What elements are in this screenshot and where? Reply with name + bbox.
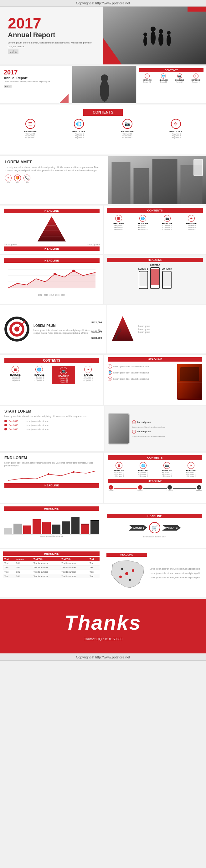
table-body: Text 0.01 Text to number Text to number …	[3, 561, 99, 578]
watermark-top: Copyright © http://www.pptstore.net	[0, 0, 206, 6]
tl-item-1: Dec 2016 Lorem ipsum dolor sit amet	[4, 420, 99, 422]
phones-row: LOREM-1 LOREM-2 LOREM-3	[107, 264, 203, 289]
timeline-items: Dec 2016 Lorem ipsum dolor sit amet Dec …	[4, 420, 99, 430]
payment-arrows: PAYMENT 1 🛒 PAYMENT 2	[129, 522, 181, 533]
svg-point-49	[48, 473, 50, 475]
thanks-title: Thanks	[64, 611, 142, 634]
payment-panel: HEADLINE PAYMENT 1 🛒 PAYMENT 2 Lorem ips…	[103, 504, 206, 548]
phone-overlay	[194, 159, 203, 176]
svg-point-9	[167, 31, 171, 35]
cont-circle-1: ☰	[25, 119, 35, 129]
end-chart-svg	[4, 469, 99, 482]
contents-icon-item-3: 📷 HEADLINE • Keyword 1• Keyword 2• Keywo…	[105, 119, 150, 138]
map-headline: HEADLINE	[107, 553, 147, 557]
pyramid-headline: HEADLINE	[4, 209, 99, 213]
payment-arrow-1: PAYMENT 1	[129, 525, 147, 531]
tri-nums-svg: $421,000	[110, 315, 135, 343]
slide-lorem-amet: LOREM AMET Lorem ipsum dolor sit amet, c…	[0, 156, 206, 204]
svg-point-51	[125, 572, 128, 575]
watermark-bottom-text: Copyright © http://www.pptstore.net	[76, 655, 130, 659]
la-photo-svg	[108, 156, 206, 204]
svg-point-6	[158, 33, 164, 46]
contents2-panel: CONTENTS ☰ HEADLINE • Keyword 1• Keyword…	[0, 355, 103, 405]
svg-rect-20	[112, 162, 130, 204]
svg-point-54	[129, 579, 131, 581]
bullseye-svg	[4, 316, 30, 342]
table-row: Text 0.01 Text to number Text to number …	[3, 565, 99, 570]
slide-thanks: Thanks Contact QQ：818159889	[0, 599, 206, 653]
table-panel: HEADLINE Text Number Text Title Text Tit…	[0, 549, 103, 597]
contents-right-header: CONTENTS	[107, 208, 203, 213]
slide-target-nums: LOREM IPSUM Lorem ipsum dolor sit amet, …	[0, 305, 206, 353]
contents3-headline: HEADLINE	[108, 479, 202, 483]
slide-pyramid-contents: HEADLINE Lorem Ipsum Lorem Ips	[0, 206, 206, 254]
phones-panel: HEADLINE LOREM-1 LOREM-2 LOREM-3	[104, 255, 206, 304]
pyramid-headline2: HEADLINE	[4, 246, 99, 251]
svg-rect-22	[152, 159, 177, 204]
slide-chart-phones: HEADLINE 2012 · 2013 · 2014 · 2015 · 201…	[0, 255, 206, 304]
cont-label-4: HEADLINE	[153, 130, 199, 133]
table-header-row: Text Number Text Title Text Title Text	[3, 557, 99, 561]
icon-circle-3: 📷	[177, 73, 182, 79]
pyramid-panel: HEADLINE Lorem Ipsum Lorem Ips	[0, 206, 103, 254]
mini-year: 2017	[4, 69, 68, 76]
svg-marker-12	[59, 94, 68, 103]
payment-arrow-2: PAYMENT 2	[162, 525, 181, 531]
map-panel: HEADLINE Lorem ipsum dolor sit amet, con…	[103, 549, 206, 597]
phone-2: LOREM-2	[150, 264, 160, 289]
phone-3: LOREM-3	[162, 268, 172, 289]
payment-headline: HEADLINE	[107, 514, 202, 518]
cont-circle-2: 🌐	[74, 119, 84, 129]
line-chart-panel: HEADLINE 2012 · 2013 · 2014 · 2015 · 201…	[0, 255, 103, 304]
svg-point-16	[101, 74, 108, 82]
contents2-header: CONTENTS	[4, 358, 99, 363]
slide-bar-payment: HEADLINE Lorem ipsum dolor sit amet HEAD…	[0, 504, 206, 548]
cont-label-1: HEADLINE	[7, 130, 53, 133]
mini-title: Annual Report	[4, 76, 68, 80]
svg-point-11	[143, 33, 147, 36]
contents-icon-item-4: ✈ HEADLINE • Keyword 1• Keyword 2• Keywo…	[153, 119, 199, 138]
thanks-contact: Contact QQ：818159889	[84, 637, 122, 642]
tablet-mockup	[108, 413, 129, 444]
line-chart-svg	[4, 265, 99, 293]
hero-year: 2017	[8, 16, 95, 31]
start-lorem-title: START LOREM	[4, 409, 99, 413]
lorem-amet-title: LOREM AMET	[5, 159, 103, 164]
hero-title: Annual Report	[8, 31, 95, 39]
hero-right	[103, 6, 206, 64]
phones-headline: HEADLINE	[107, 258, 203, 262]
contents3-header: CONTENTS	[108, 455, 202, 460]
svg-rect-21	[134, 168, 149, 204]
table-row: Text 0.01 Text to number Text to number …	[3, 570, 99, 574]
tri-nums-shape: $421,000 $421,000 $321,000 $888,000	[110, 315, 135, 344]
mini-contents: CONTENTS ☰ HEADLINE Keyword 1 🌐 HEADLINE…	[137, 66, 206, 103]
cont-label-2: HEADLINE	[56, 130, 101, 133]
contents-icon-item-2: 🌐 HEADLINE • Keyword 1• Keyword 2• Keywo…	[56, 119, 101, 138]
svg-point-15	[100, 80, 109, 102]
nums-laptop-panel: $421,000 $421,000 $321,000 $888,000 Lore…	[107, 305, 206, 353]
mini-icon-3: 📷 HEADLINE Keyword 1	[175, 73, 184, 83]
svg-rect-47	[180, 367, 199, 381]
hero-subtitle: Lorem ipsum dolor sit amet, consectetuer…	[8, 41, 95, 48]
mini-annual: 2017 Annual Report Lorem ipsum dolor sit…	[0, 66, 72, 103]
icon-circle-1: ☰	[145, 73, 150, 79]
lorem-amet-icons: ✈ Text 🎁 Text 📞 Text	[5, 175, 103, 183]
end-lorem-headline: HEADLINE	[4, 483, 99, 488]
svg-point-4	[151, 31, 156, 45]
contents-title: CONTENTS	[83, 109, 123, 116]
lorem-amet-photo	[108, 156, 206, 204]
end-lorem-panel: END LOREM Lorem ipsum dolor sit amet, co…	[0, 453, 103, 503]
tl-item-3: Dec 2016 Lorem ipsum dolor sit amet	[4, 428, 99, 430]
tl-item-2: Dec 2016 Lorem ipsum dolor sit amet	[4, 424, 99, 426]
mini-subtitle: Lorem ipsum dolor sit amet, consectetuer…	[4, 81, 68, 83]
svg-point-53	[119, 576, 122, 578]
contents-title-row: CONTENTS	[7, 109, 199, 116]
mini-photo	[72, 66, 137, 103]
contents-icon-item-1: ☰ HEADLINE • Keyword 1• Keyword 2• Keywo…	[7, 119, 53, 138]
pyramid-svg	[31, 215, 72, 243]
lorem-amet-panel: LOREM AMET Lorem ipsum dolor sit amet, c…	[0, 156, 108, 204]
svg-point-7	[159, 29, 163, 33]
mini-icon-2: 🌐 HEADLINE Keyword 1	[159, 73, 168, 83]
slide-end-lorem: END LOREM Lorem ipsum dolor sit amet, co…	[0, 453, 206, 503]
svg-point-10	[143, 36, 147, 46]
